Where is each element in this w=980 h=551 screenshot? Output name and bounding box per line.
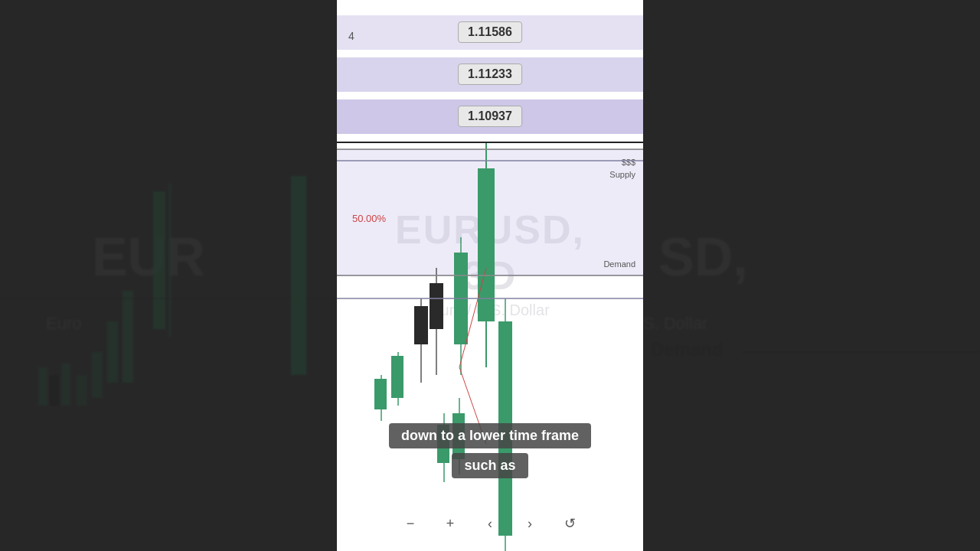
svg-rect-4 bbox=[122, 291, 133, 383]
svg-text:Demand: Demand bbox=[651, 339, 724, 360]
zoom-out-button[interactable]: − bbox=[398, 511, 423, 536]
caption-overlay: down to a lower time frame such as bbox=[337, 423, 643, 478]
caption-line-2: such as bbox=[452, 453, 528, 478]
price-box-2: 1.11233 bbox=[458, 64, 522, 85]
arrow-right-button[interactable]: › bbox=[518, 511, 542, 536]
price-box-3: 1.10937 bbox=[458, 106, 522, 127]
svg-rect-6 bbox=[92, 352, 103, 398]
svg-rect-28 bbox=[391, 356, 403, 398]
divider-line bbox=[337, 142, 643, 143]
svg-rect-5 bbox=[107, 321, 118, 383]
bg-right-panel: SD, S. Dollar Demand bbox=[643, 0, 980, 551]
svg-rect-9 bbox=[50, 375, 59, 406]
svg-rect-12 bbox=[291, 176, 306, 375]
svg-rect-30 bbox=[374, 379, 387, 409]
svg-rect-7 bbox=[77, 375, 87, 406]
svg-rect-22 bbox=[430, 283, 443, 329]
svg-rect-24 bbox=[414, 306, 428, 344]
svg-text:EUR: EUR bbox=[92, 227, 205, 287]
svg-rect-2 bbox=[153, 191, 165, 329]
svg-rect-8 bbox=[38, 367, 47, 406]
bg-left-panel: EUR Euro bbox=[0, 0, 337, 551]
bottom-toolbar: − + ‹ › ↺ bbox=[337, 511, 643, 536]
svg-rect-3 bbox=[168, 184, 172, 337]
svg-text:SD,: SD, bbox=[658, 227, 748, 287]
arrow-left-button[interactable]: ‹ bbox=[478, 511, 502, 536]
refresh-button[interactable]: ↺ bbox=[557, 511, 582, 536]
price-box-1: 1.11586 bbox=[458, 21, 522, 43]
screen: EUR Euro bbox=[0, 0, 980, 551]
svg-text:S. Dollar: S. Dollar bbox=[643, 314, 707, 333]
svg-rect-10 bbox=[61, 364, 70, 406]
svg-text:Euro: Euro bbox=[46, 314, 81, 333]
zoom-in-button[interactable]: + bbox=[438, 511, 462, 536]
svg-text:4: 4 bbox=[348, 30, 354, 42]
phone-screen: 1.11586 1.11233 1.10937 $$$ Supply 50.00… bbox=[337, 0, 643, 551]
caption-line-1: down to a lower time frame bbox=[389, 423, 591, 448]
